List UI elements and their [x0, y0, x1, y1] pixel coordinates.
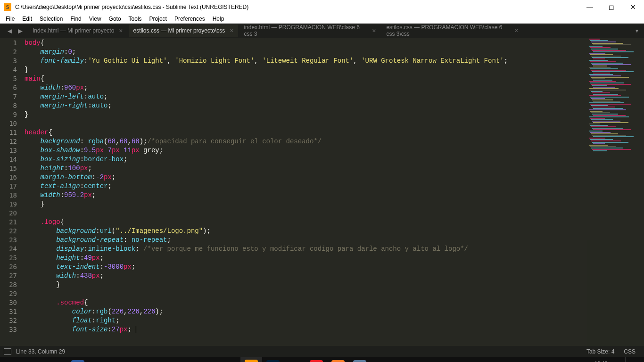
editor-tab[interactable]: index.html — PROGRAMACION WEB\clase 6 cs… [239, 25, 380, 37]
editor-tab[interactable]: index.html — Mi primer proyecto× [28, 25, 128, 37]
minimap[interactable] [587, 38, 644, 346]
menu-bar: FileEditSelectionFindViewGotoToolsProjec… [0, 14, 644, 24]
app-icon: S [4, 3, 11, 11]
taskbar-app-paint[interactable]: 🎨 [154, 357, 175, 362]
start-button[interactable]: ⊞ [2, 357, 24, 362]
taskbar-app-messenger[interactable]: 💬 [284, 357, 305, 362]
taskbar-app-explorer[interactable]: 🗂 [110, 357, 132, 362]
window-controls: — ◻ ✕ [579, 0, 644, 14]
console-toggle-icon[interactable] [4, 348, 11, 355]
menu-preferences[interactable]: Preferences [171, 15, 209, 23]
window-titlebar: S C:\Users\diego\Desktop\Mi primer proye… [0, 0, 644, 14]
tab-close-icon[interactable]: × [119, 27, 123, 34]
menu-project[interactable]: Project [146, 15, 171, 23]
taskbar-app-other[interactable]: bwp [349, 357, 371, 362]
line-number-gutter: 1234567891011121314151617181920212223242… [0, 38, 25, 346]
editor-tab[interactable]: estilos.css — Mi primer proyecto\css× [129, 25, 239, 37]
editor-tab[interactable]: estilos.css — PROGRAMACION WEB\clase 6 c… [381, 25, 523, 37]
tab-close-icon[interactable]: × [230, 27, 233, 34]
tab-close-icon[interactable]: × [372, 27, 376, 34]
taskbar-app-firefox[interactable]: 🦊 [175, 357, 197, 362]
taskbar-app-xampp[interactable]: X [327, 357, 349, 362]
menu-file[interactable]: File [2, 15, 18, 23]
task-view-button[interactable]: ⑆ [24, 357, 45, 362]
editor-area: 1234567891011121314151617181920212223242… [0, 38, 644, 346]
status-bar: Line 33, Column 29 Tab Size: 4 CSS [0, 346, 644, 357]
tab-label: index.html — PROGRAMACION WEB\clase 6 cs… [244, 24, 367, 37]
tab-nav-arrows[interactable]: ◀ ▶ [4, 27, 28, 34]
close-button[interactable]: ✕ [622, 0, 644, 14]
taskbar-app-word[interactable]: W [67, 357, 89, 362]
tab-bar: ◀ ▶ index.html — Mi primer proyecto×esti… [0, 24, 644, 38]
taskbar-app-photoshop[interactable]: Ps [262, 357, 284, 362]
menu-find[interactable]: Find [66, 15, 85, 23]
menu-goto[interactable]: Goto [105, 15, 125, 23]
status-cursor-position[interactable]: Line 33, Column 29 [16, 348, 586, 355]
status-syntax[interactable]: CSS [624, 348, 636, 355]
taskbar-app-mail[interactable]: ✉ [132, 357, 154, 362]
menu-view[interactable]: View [85, 15, 105, 23]
code-editor[interactable]: body{ margin:0; font-family:'Yu Gothic U… [25, 38, 644, 346]
minimize-button[interactable]: — [579, 0, 601, 14]
taskbar-app-edge[interactable]: e [89, 357, 110, 362]
system-tray: 👤 ˄ ᛒ 🔋 📶 🔊 ⌨ ESP 12:43 a. m. 8/3/2019 💬 [486, 357, 644, 362]
maximize-button[interactable]: ◻ [601, 0, 622, 14]
menu-help[interactable]: Help [209, 15, 228, 23]
tab-label: estilos.css — Mi primer proyecto\css [133, 27, 225, 34]
windows-taskbar: ⊞ ⑆ O W e 🗂 ✉ 🎨 🦊 ✆ ◉ S Ps 💬 A X bwp 👤 ˄… [0, 357, 644, 362]
action-center-button[interactable]: 💬 [625, 357, 644, 362]
tab-label: estilos.css — PROGRAMACION WEB\clase 6 c… [386, 24, 510, 37]
window-title: C:\Users\diego\Desktop\Mi primer proyect… [15, 4, 579, 10]
status-tab-size[interactable]: Tab Size: 4 [586, 348, 614, 355]
menu-edit[interactable]: Edit [18, 15, 36, 23]
tab-overflow-icon[interactable]: ▼ [635, 28, 639, 33]
taskbar-app-opera[interactable]: O [45, 357, 67, 362]
taskbar-app-whatsapp[interactable]: ✆ [197, 357, 219, 362]
menu-selection[interactable]: Selection [36, 15, 66, 23]
menu-tools[interactable]: Tools [125, 15, 146, 23]
tab-label: index.html — Mi primer proyecto [33, 27, 115, 34]
taskbar-app-acrobat[interactable]: A [305, 357, 327, 362]
tab-close-icon[interactable]: × [514, 27, 518, 34]
taskbar-app-chrome[interactable]: ◉ [219, 357, 240, 362]
taskbar-app-sublime[interactable]: S [240, 357, 262, 362]
